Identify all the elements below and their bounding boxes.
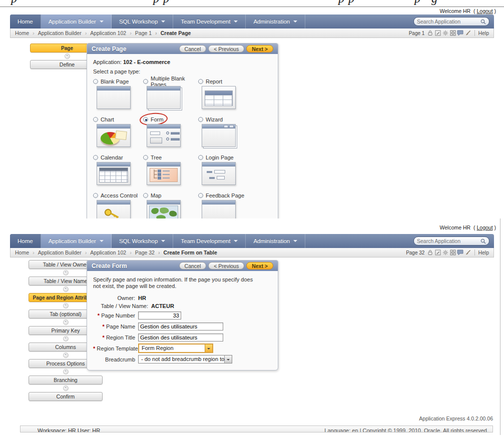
nav-tab-administration[interactable]: Administration [246,14,305,28]
welcome-bar: Welcome HR ( Logout ) [440,8,496,14]
nav-tab-home[interactable]: Home [10,14,41,28]
page-name-input[interactable] [138,322,223,330]
chevron-down-icon [100,20,104,24]
region-template-select[interactable]: Form Region [138,344,213,353]
help-link[interactable]: Help [478,30,489,36]
breadcrumb-home[interactable]: Home [15,250,29,256]
radio-calendar[interactable] [93,155,98,160]
comment-icon[interactable] [456,249,464,256]
logout-link[interactable]: Logout [476,8,492,14]
next-button[interactable]: Next > [246,262,273,270]
edit-icon[interactable] [434,30,441,36]
access-control-thumbnail [97,200,131,218]
create-form-dialog: Create Form Cancel < Previous Next > Spe… [87,260,278,370]
comment-icon[interactable] [456,30,464,36]
radio-tree[interactable] [143,155,148,160]
grid-icon[interactable] [449,30,456,36]
dialog-body: Application: 102 - E-commerce Select a p… [87,54,278,218]
step-confirm: Confirm [29,392,103,401]
page-number-input[interactable] [138,312,181,320]
option-tree: Tree [143,153,198,162]
breadcrumb-application-102[interactable]: Application 102 [82,250,126,256]
gear-icon[interactable] [441,30,449,36]
page-type-grid: Blank Page Multiple Blank Pages Report C… [93,77,272,218]
radio-feedback-page[interactable] [198,193,203,198]
owner-value: HR [138,295,146,301]
page-tools: Page 1 Help [409,30,489,36]
dialog-description: Specify page and region information. If … [93,276,258,290]
dropdown-arrow-icon [205,344,212,352]
previous-button[interactable]: < Previous [208,45,244,52]
cancel-button[interactable]: Cancel [179,45,207,52]
grid-icon[interactable] [449,249,456,256]
nav-tab-home[interactable]: Home [10,234,41,248]
lock-icon[interactable] [426,30,434,36]
key-icon [103,205,123,218]
edit-icon[interactable] [434,249,441,256]
dialog-body: Specify page and region information. If … [87,271,278,370]
search-input[interactable] [417,18,480,24]
page-name-row: Page Name [93,321,272,332]
radio-report[interactable] [198,79,203,84]
tree-thumbnail [147,162,181,185]
gear-icon[interactable] [441,249,449,256]
breadcrumb-application-builder[interactable]: Application Builder [29,250,82,256]
nav-tab-sql-workshop[interactable]: SQL Workshop [112,14,173,28]
chevron-down-icon [234,240,238,244]
report-thumbnail [202,86,236,109]
copyright-info: Language: en | Copyright © 1999, 2010, O… [324,428,488,432]
nav-tab-team-development[interactable]: Team Development [173,14,246,28]
radio-multiple-blank-pages[interactable] [143,79,148,84]
breadcrumb-select[interactable]: - do not add breadcrumb region to page - [138,355,232,364]
dropdown-arrow-icon [224,356,232,363]
lock-icon[interactable] [426,249,434,256]
divider [474,250,475,256]
search-icon [480,19,486,24]
step-arrow-icon [63,369,69,374]
next-button[interactable]: Next > [246,45,273,52]
search-input[interactable] [417,238,480,244]
search-box[interactable] [413,17,489,26]
breadcrumb-application-builder[interactable]: Application Builder [29,30,82,36]
dialog-header: Create Form Cancel < Previous Next > [87,260,278,271]
nav-tab-application-builder[interactable]: Application Builder [41,14,112,28]
step-arrow-icon [63,352,69,358]
dialog-header: Create Page Cancel < Previous Next > [87,44,278,54]
radio-map[interactable] [143,193,148,198]
breadcrumb-home[interactable]: Home [15,30,29,36]
brush-icon[interactable] [464,30,471,36]
region-title-input[interactable] [138,334,223,342]
search-icon [480,238,486,244]
chevron-down-icon [293,240,297,244]
radio-chart[interactable] [93,117,98,122]
option-multiple-blank-pages: Multiple Blank Pages [143,77,198,86]
welcome-text: Welcome HR [440,8,471,14]
search-box[interactable] [413,236,489,246]
breadcrumb-create-form-on-table: Create Form on Table [155,250,217,256]
help-link[interactable]: Help [478,250,489,256]
apex-version: Application Express 4.0.2.00.06 [419,416,493,422]
nav-tab-administration[interactable]: Administration [246,234,305,248]
cancel-button[interactable]: Cancel [179,262,207,270]
page-reference: Page 1 [409,30,425,36]
cropped-document-text: p pp pp p g [0,0,504,5]
logout-link[interactable]: Logout [476,224,492,230]
nav-tab-application-builder[interactable]: Application Builder [41,234,112,248]
radio-form[interactable] [143,117,148,122]
radio-login-page[interactable] [198,155,203,160]
radio-blank-page[interactable] [93,79,98,84]
step-arrow-icon [65,54,70,59]
nav-tab-sql-workshop[interactable]: SQL Workshop [112,234,173,248]
screenshot-create-form: Welcome HR ( Logout ) Home Application B… [0,224,504,440]
chevron-down-icon [293,20,297,24]
breadcrumb-page-32[interactable]: Page 32 [126,250,155,256]
radio-wizard[interactable] [198,117,203,122]
previous-button[interactable]: < Previous [208,262,244,270]
nav-tab-team-development[interactable]: Team Development [173,234,246,248]
breadcrumb-application-102[interactable]: Application 102 [82,30,126,36]
main-nav: Home Application Builder SQL Workshop Te… [10,14,494,28]
radio-access-control[interactable] [93,193,98,198]
brush-icon[interactable] [464,249,471,256]
breadcrumb-page-1[interactable]: Page 1 [126,30,152,36]
footer-bar: Workspace: HR User: HR Language: en | Co… [20,426,493,432]
